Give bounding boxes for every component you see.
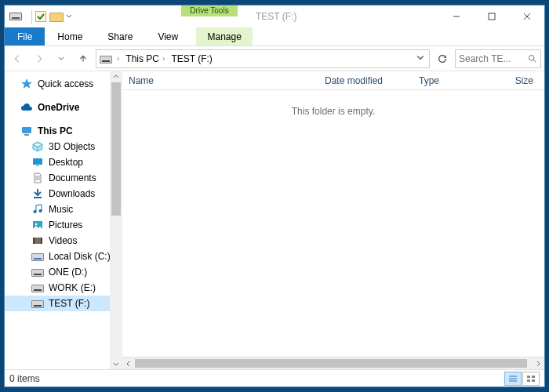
nav-label: OneDrive [38,102,79,113]
empty-folder-message: This folder is empty. [122,106,544,117]
scroll-left-icon[interactable] [122,358,135,370]
download-icon [31,187,44,200]
col-date[interactable]: Date modified [318,75,413,86]
status-bar: 0 items [5,369,544,387]
contextual-tab-header: Drive Tools [181,5,238,16]
nav-this-pc[interactable]: This PC [5,123,122,139]
breadcrumb-thispc[interactable]: This PC› [122,50,168,67]
scroll-up-icon[interactable] [110,71,122,82]
drive-icon [31,250,44,263]
address-row: › This PC› TEST (F:) [5,46,544,71]
desktop-icon [31,156,44,169]
file-explorer-window: Drive Tools TEST (F:) File Home Share Vi… [4,5,545,387]
nav-videos[interactable]: Videos [5,233,122,249]
nav-label: 3D Objects [49,141,95,152]
view-large-icons-button[interactable] [522,372,540,386]
col-type[interactable]: Type [413,75,483,86]
breadcrumb-root[interactable]: › [114,50,122,67]
cloud-icon [20,101,33,114]
window-icon [5,5,27,27]
nav-desktop[interactable]: Desktop [5,154,122,170]
svg-rect-7 [24,134,29,136]
col-name[interactable]: Name [122,75,318,86]
nav-label: WORK (E:) [49,282,96,293]
pictures-icon [31,219,44,231]
nav-label: Downloads [49,188,95,199]
address-bar[interactable]: › This PC› TEST (F:) [96,49,430,68]
nav-3d-objects[interactable]: 3D Objects [5,139,122,154]
scroll-down-icon[interactable] [110,358,122,369]
svg-line-5 [533,60,536,62]
nav-recent-button[interactable] [52,49,71,68]
nav-music[interactable]: Music [5,201,122,217]
nav-drive-f[interactable]: TEST (F:) [5,296,122,311]
tab-view[interactable]: View [145,27,191,45]
nav-drive-d[interactable]: ONE (D:) [5,264,122,280]
nav-label: Quick access [38,78,93,89]
nav-up-button[interactable] [74,49,93,68]
videos-icon [31,234,44,247]
tab-file[interactable]: File [5,27,45,45]
document-icon [31,172,44,184]
window-title: TEST (F:) [256,5,296,27]
svg-rect-20 [41,238,42,244]
breadcrumb-location[interactable]: TEST (F:) [168,50,215,67]
drive-icon [31,281,44,294]
svg-rect-8 [33,158,42,165]
nav-label: Local Disk (C:) [49,251,111,262]
svg-rect-25 [532,376,535,378]
svg-point-4 [529,55,534,60]
search-icon [527,53,537,64]
svg-rect-6 [22,127,31,133]
nav-onedrive[interactable]: OneDrive [5,100,122,115]
cube-icon [31,140,44,153]
maximize-button[interactable] [474,5,509,27]
pc-icon [20,125,33,137]
search-input[interactable] [459,53,527,64]
nav-scrollbar[interactable] [110,71,122,369]
nav-back-button[interactable] [8,49,27,68]
titlebar: Drive Tools TEST (F:) [5,5,544,27]
chevron-down-icon[interactable] [416,53,424,64]
refresh-button[interactable] [433,49,452,68]
scroll-thumb[interactable] [135,359,527,368]
nav-pane: Quick access OneDrive This PC 3D Objects… [5,71,122,369]
scroll-thumb[interactable] [111,82,121,216]
view-details-button[interactable] [504,372,522,386]
tab-home[interactable]: Home [45,27,95,45]
svg-rect-26 [527,379,530,382]
nav-drive-e[interactable]: WORK (E:) [5,280,122,296]
nav-pictures[interactable]: Pictures [5,217,122,233]
nav-downloads[interactable]: Downloads [5,186,122,201]
nav-documents[interactable]: Documents [5,170,122,186]
tab-share[interactable]: Share [95,27,145,45]
nav-label: Music [49,204,73,215]
qat-properties-icon[interactable] [35,11,46,22]
horizontal-scrollbar[interactable] [122,357,544,369]
search-box[interactable] [455,49,541,68]
nav-label: This PC [38,125,73,136]
tab-manage[interactable]: Manage [196,27,253,45]
nav-label: Videos [49,235,77,246]
close-button[interactable] [509,5,544,27]
music-icon [31,203,44,216]
qat-newfolder-icon[interactable] [49,12,62,22]
minimize-button[interactable] [438,5,474,27]
svg-rect-27 [532,379,535,382]
nav-label: ONE (D:) [49,267,87,278]
quick-access-toolbar [27,5,78,27]
content-pane: Name Date modified Type Size This folder… [122,71,544,369]
nav-label: Desktop [49,157,83,168]
status-item-count: 0 items [9,373,40,384]
col-size[interactable]: Size [483,75,544,86]
svg-point-14 [34,210,37,213]
nav-local-disk-c[interactable]: Local Disk (C:) [5,249,122,264]
nav-label: Documents [49,172,96,183]
nav-forward-button[interactable] [30,49,49,68]
svg-rect-19 [33,238,35,244]
drive-icon [31,266,44,278]
svg-rect-1 [489,13,495,20]
nav-quick-access[interactable]: Quick access [5,76,122,92]
qat-customize-icon[interactable] [65,13,73,20]
scroll-right-icon[interactable] [532,358,544,370]
